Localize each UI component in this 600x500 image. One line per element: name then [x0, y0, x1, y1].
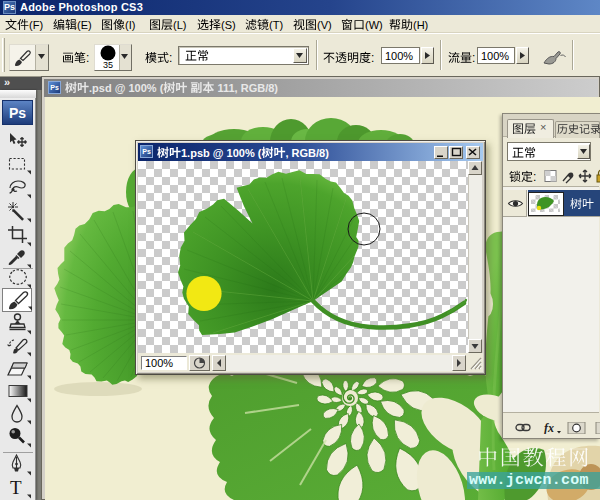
svg-text:(L): (L)	[173, 19, 186, 31]
svg-text:(E): (E)	[77, 19, 92, 31]
svg-text:(W): (W)	[365, 19, 383, 31]
svg-text:(T): (T)	[269, 19, 283, 31]
svg-text:1.psb @ 100% (: 1.psb @ 100% (	[181, 147, 262, 159]
svg-text:T: T	[10, 477, 22, 498]
svg-text:(S): (S)	[221, 19, 236, 31]
svg-text:(I): (I)	[125, 19, 135, 31]
svg-text::: :	[472, 51, 475, 65]
svg-text:111, RGB/8): 111, RGB/8)	[214, 82, 278, 94]
svg-text:(V): (V)	[317, 19, 332, 31]
svg-text:(H): (H)	[413, 19, 428, 31]
svg-text:, RGB/8): , RGB/8)	[286, 147, 330, 159]
svg-text::: :	[371, 51, 374, 65]
svg-text::: :	[169, 51, 172, 65]
svg-text:fx: fx	[544, 422, 554, 434]
svg-text:(F): (F)	[29, 19, 43, 31]
svg-text::: :	[86, 51, 89, 65]
svg-text:.psd @ 100% (: .psd @ 100% (	[89, 82, 164, 94]
svg-text::: :	[533, 170, 536, 184]
